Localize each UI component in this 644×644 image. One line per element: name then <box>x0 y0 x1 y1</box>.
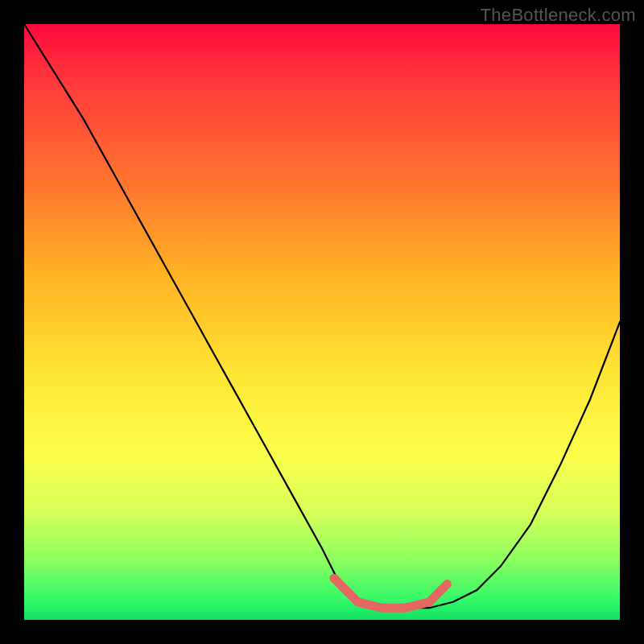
chart-frame: TheBottleneck.com <box>0 0 644 644</box>
plot-gradient-area <box>24 24 620 620</box>
curve-layer <box>24 24 620 620</box>
bottleneck-curve <box>24 24 620 608</box>
optimal-zone-highlight <box>334 578 448 608</box>
watermark-label: TheBottleneck.com <box>481 5 636 26</box>
